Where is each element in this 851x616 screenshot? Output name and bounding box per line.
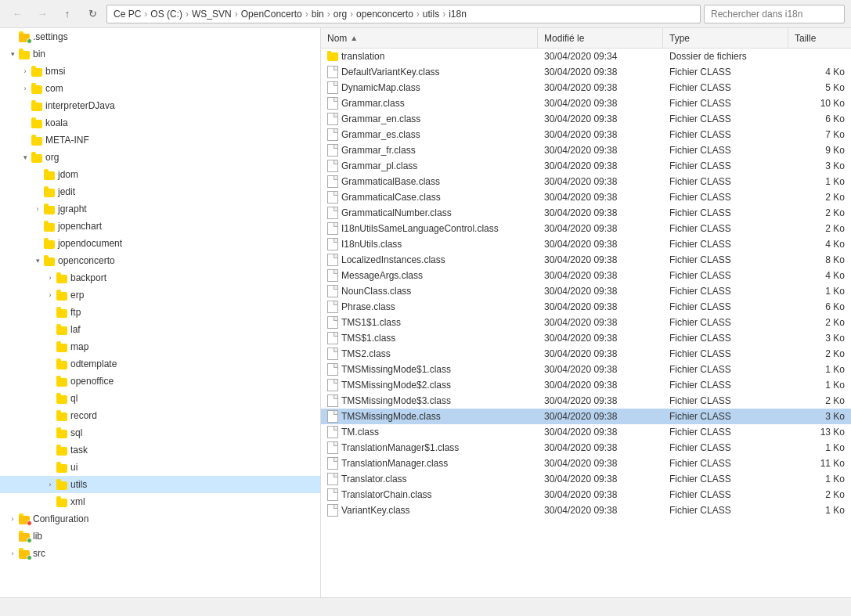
- sidebar-item-ql[interactable]: ql: [0, 390, 320, 407]
- sidebar-item-jdom[interactable]: jdom: [0, 166, 320, 183]
- table-row[interactable]: I18nUtilsSameLanguageControl.class30/04/…: [321, 221, 851, 236]
- table-row[interactable]: TMSMissingMode$2.class30/04/2020 09:38Fi…: [321, 377, 851, 393]
- table-row[interactable]: translation30/04/2020 09:34Dossier de fi…: [321, 49, 851, 64]
- file-name-cell: GrammaticalCase.class: [321, 191, 538, 204]
- table-row[interactable]: VariantKey.class30/04/2020 09:38Fichier …: [321, 503, 851, 518]
- sidebar-item-map[interactable]: map: [0, 338, 320, 355]
- table-row[interactable]: TMSMissingMode.class30/04/2020 09:38Fich…: [321, 409, 851, 424]
- breadcrumb-part: utils: [423, 9, 439, 20]
- sidebar-item-task[interactable]: task: [0, 441, 320, 459]
- tree-item-label: jopendocument: [58, 238, 314, 249]
- table-row[interactable]: Grammar.class30/04/2020 09:38Fichier CLA…: [321, 95, 851, 111]
- table-row[interactable]: MessageArgs.class30/04/2020 09:38Fichier…: [321, 268, 851, 283]
- table-row[interactable]: Grammar_fr.class30/04/2020 09:38Fichier …: [321, 142, 851, 158]
- refresh-button[interactable]: ↻: [81, 3, 103, 25]
- forward-button[interactable]: →: [31, 3, 53, 25]
- sidebar-item-settings[interactable]: .settings: [0, 28, 320, 45]
- file-name: DynamicMap.class: [341, 82, 420, 93]
- table-row[interactable]: TranslationManager.class30/04/2020 09:38…: [321, 456, 851, 471]
- tree-item-label: ftp: [70, 307, 314, 318]
- class-file-icon: [327, 457, 338, 470]
- sidebar-item-sql[interactable]: sql: [0, 424, 320, 441]
- table-row[interactable]: Grammar_pl.class30/04/2020 09:38Fichier …: [321, 158, 851, 174]
- file-type: Fichier CLASS: [663, 207, 788, 218]
- file-type: Fichier CLASS: [663, 442, 788, 453]
- sidebar-item-lib[interactable]: lib: [0, 528, 320, 545]
- table-row[interactable]: TMS2.class30/04/2020 09:38Fichier CLASS2…: [321, 346, 851, 362]
- tree-item-label: jgrapht: [58, 204, 314, 214]
- search-input[interactable]: [704, 5, 845, 23]
- table-row[interactable]: TranslationManager$1.class30/04/2020 09:…: [321, 440, 851, 456]
- class-file-icon: [327, 175, 338, 188]
- file-name-cell: Grammar_en.class: [321, 113, 538, 125]
- file-name-cell: DefaultVariantKey.class: [321, 66, 538, 78]
- sidebar-item-jgrapht[interactable]: ›jgrapht: [0, 200, 320, 218]
- table-row[interactable]: TMSMissingMode$3.class30/04/2020 09:38Fi…: [321, 393, 851, 409]
- table-row[interactable]: Phrase.class30/04/2020 09:38Fichier CLAS…: [321, 299, 851, 315]
- file-name: Grammar_es.class: [341, 129, 420, 140]
- file-name: I18nUtils.class: [341, 239, 402, 250]
- sidebar-item-bin[interactable]: ▾bin: [0, 45, 320, 63]
- folder-icon: [31, 101, 42, 111]
- folder-icon: [56, 342, 67, 352]
- folder-icon: [19, 514, 30, 524]
- sidebar-item-xml[interactable]: xml: [0, 493, 320, 510]
- tree-toggle-icon: ›: [31, 200, 44, 218]
- file-type: Fichier CLASS: [663, 505, 788, 516]
- table-row[interactable]: NounClass.class30/04/2020 09:38Fichier C…: [321, 283, 851, 299]
- table-row[interactable]: DefaultVariantKey.class30/04/2020 09:38F…: [321, 64, 851, 80]
- col-header-size[interactable]: Taille: [788, 28, 851, 48]
- sidebar-item-koala[interactable]: koala: [0, 114, 320, 131]
- table-row[interactable]: I18nUtils.class30/04/2020 09:38Fichier C…: [321, 236, 851, 252]
- sidebar-item-jopendocument[interactable]: jopendocument: [0, 235, 320, 252]
- sidebar-item-jedit[interactable]: jedit: [0, 183, 320, 200]
- sidebar-item-openconcerto[interactable]: ▾openconcerto: [0, 252, 320, 269]
- sidebar-item-backport[interactable]: ›backport: [0, 269, 320, 286]
- table-row[interactable]: GrammaticalNumber.class30/04/2020 09:38F…: [321, 205, 851, 221]
- class-file-icon: [327, 504, 338, 517]
- table-row[interactable]: LocalizedInstances.class30/04/2020 09:38…: [321, 252, 851, 268]
- sidebar-item-openoffice[interactable]: openoffice: [0, 373, 320, 390]
- sidebar-item-com[interactable]: ›com: [0, 80, 320, 97]
- table-row[interactable]: TMS$1.class30/04/2020 09:38Fichier CLASS…: [321, 330, 851, 346]
- col-header-date[interactable]: Modifié le: [538, 28, 663, 48]
- tree-toggle-icon: ›: [19, 63, 31, 80]
- table-row[interactable]: TranslatorChain.class30/04/2020 09:38Fic…: [321, 487, 851, 503]
- up-button[interactable]: ↑: [56, 3, 78, 25]
- col-header-name[interactable]: Nom ▲: [321, 28, 538, 48]
- file-type: Fichier CLASS: [663, 82, 788, 93]
- back-button[interactable]: ←: [6, 3, 28, 25]
- class-file-icon: [327, 363, 338, 376]
- sidebar-item-org[interactable]: ▾org: [0, 149, 320, 166]
- table-row[interactable]: Grammar_es.class30/04/2020 09:38Fichier …: [321, 127, 851, 142]
- folder-icon: [31, 84, 42, 94]
- sidebar-item-record[interactable]: record: [0, 407, 320, 424]
- sidebar-item-utils[interactable]: ›utils: [0, 476, 320, 493]
- sidebar-item-ui[interactable]: ui: [0, 459, 320, 476]
- file-date: 30/04/2020 09:38: [538, 207, 663, 218]
- sidebar-item-laf[interactable]: laf: [0, 321, 320, 338]
- file-name-cell: TMSMissingMode.class: [321, 410, 538, 423]
- table-row[interactable]: TM.class30/04/2020 09:38Fichier CLASS13 …: [321, 424, 851, 440]
- file-date: 30/04/2020 09:38: [538, 192, 663, 203]
- sidebar-item-erp[interactable]: ›erp: [0, 286, 320, 304]
- sidebar-item-odtemplate[interactable]: odtemplate: [0, 355, 320, 373]
- table-row[interactable]: Grammar_en.class30/04/2020 09:38Fichier …: [321, 111, 851, 127]
- table-row[interactable]: GrammaticalCase.class30/04/2020 09:38Fic…: [321, 189, 851, 205]
- col-header-type[interactable]: Type: [663, 28, 788, 48]
- table-row[interactable]: DynamicMap.class30/04/2020 09:38Fichier …: [321, 80, 851, 95]
- file-size: 11 Ko: [788, 458, 851, 469]
- file-name-cell: TMS2.class: [321, 348, 538, 360]
- table-row[interactable]: GrammaticalBase.class30/04/2020 09:38Fic…: [321, 174, 851, 189]
- table-row[interactable]: Translator.class30/04/2020 09:38Fichier …: [321, 471, 851, 487]
- sidebar-item-META-INF[interactable]: META-INF: [0, 131, 320, 149]
- sidebar-item-Configuration[interactable]: ›Configuration: [0, 510, 320, 528]
- sidebar-item-src[interactable]: ›src: [0, 545, 320, 562]
- sidebar-item-jopenchart[interactable]: jopenchart: [0, 218, 320, 235]
- table-row[interactable]: TMS1$1.class30/04/2020 09:38Fichier CLAS…: [321, 315, 851, 330]
- sidebar-item-ftp[interactable]: ftp: [0, 304, 320, 321]
- sidebar-item-interpreterDJava[interactable]: interpreterDJava: [0, 97, 320, 114]
- class-file-icon: [327, 379, 338, 391]
- sidebar-item-bmsi[interactable]: ›bmsi: [0, 63, 320, 80]
- table-row[interactable]: TMSMissingMode$1.class30/04/2020 09:38Fi…: [321, 362, 851, 377]
